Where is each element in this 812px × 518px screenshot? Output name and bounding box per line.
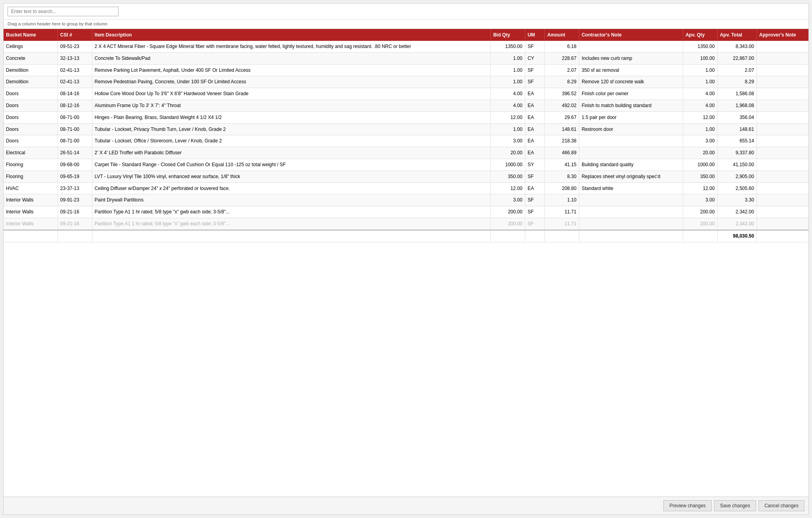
table-cell: Doors <box>4 123 57 135</box>
totals-cell <box>57 230 92 242</box>
totals-cell <box>525 230 545 242</box>
col-header-amount[interactable]: Amount <box>545 29 579 41</box>
table-cell: 200.00 <box>490 206 525 218</box>
table-cell: 09-91-23 <box>57 194 92 206</box>
table-cell <box>756 194 808 206</box>
table-cell: 2.07 <box>717 64 756 76</box>
table-cell: 4.00 <box>683 100 717 111</box>
table-row: Demolition02-41-13Remove Parking Lot Pav… <box>4 64 808 76</box>
table-cell: 148.61 <box>717 123 756 135</box>
table-cell: 1.00 <box>683 64 717 76</box>
table-cell: 396.52 <box>545 88 579 100</box>
table-cell <box>756 41 808 52</box>
table-cell: Remove Parking Lot Pavement, Asphalt, Un… <box>92 64 490 76</box>
table-cell: EA <box>525 123 545 135</box>
table-cell: Tubular - Lockset, Office / Storeroom, L… <box>92 135 490 147</box>
col-header-approver-note[interactable]: Approver's Note <box>756 29 808 41</box>
table-cell: Partition Type A1 1 hr rated; 5/8 type "… <box>92 206 490 218</box>
col-header-csi[interactable]: CSI # <box>57 29 92 41</box>
table-cell: 8,343.00 <box>717 41 756 52</box>
table-row: Doors08-71-00Tubular - Lockset, Office /… <box>4 135 808 147</box>
table-cell-partial <box>756 218 808 230</box>
table-cell: 1000.00 <box>490 159 525 171</box>
table-cell: 1.00 <box>490 64 525 76</box>
table-cell: Hollow Core Wood Door Up To 3'6" X 6'8" … <box>92 88 490 100</box>
table-cell: 3.30 <box>717 194 756 206</box>
table-cell: 1.00 <box>683 76 717 88</box>
table-cell: 1.5 pair per door <box>579 111 683 123</box>
table-cell: 1.00 <box>490 52 525 64</box>
totals-cell <box>756 230 808 242</box>
col-header-um[interactable]: UM <box>525 29 545 41</box>
table-cell: Demolition <box>4 76 57 88</box>
table-cell <box>756 111 808 123</box>
table-cell: 350 sf ac removal <box>579 64 683 76</box>
table-cell: 3.00 <box>490 194 525 206</box>
table-cell: 2' X 4' LED Troffer with Parabolic Diffu… <box>92 147 490 159</box>
table-cell: 1,586.08 <box>717 88 756 100</box>
table-cell: SF <box>525 171 545 182</box>
table-cell <box>756 64 808 76</box>
table-cell <box>756 100 808 111</box>
table-cell: 4.00 <box>490 88 525 100</box>
table-cell <box>756 123 808 135</box>
table-cell: 08-71-00 <box>57 135 92 147</box>
table-cell: 08-12-16 <box>57 100 92 111</box>
table-cell: 3.00 <box>490 135 525 147</box>
preview-changes-button[interactable]: Preview changes <box>663 500 711 511</box>
table-cell: HVAC <box>4 182 57 194</box>
table-cell: 1.00 <box>683 123 717 135</box>
table-cell <box>756 135 808 147</box>
table-cell: 09-65-19 <box>57 171 92 182</box>
table-cell: 12.00 <box>683 182 717 194</box>
save-changes-button[interactable]: Save changes <box>714 500 756 511</box>
search-input[interactable] <box>8 7 119 16</box>
table-cell: SF <box>525 206 545 218</box>
table-cell <box>756 88 808 100</box>
table-cell: SF <box>525 194 545 206</box>
table-cell: 466.89 <box>545 147 579 159</box>
table-cell <box>579 147 683 159</box>
table-row: Flooring09-65-19LVT - Luxury Vinyl Tile … <box>4 171 808 182</box>
table-row: Interior Walls09-91-23Paint Drywall Part… <box>4 194 808 206</box>
table-row-partial: Interior Walls09-21-16Partition Type A1 … <box>4 218 808 230</box>
table-cell: SF <box>525 41 545 52</box>
table-cell: 08-71-00 <box>57 123 92 135</box>
col-header-description[interactable]: Item Description <box>92 29 490 41</box>
totals-cell <box>683 230 717 242</box>
table-cell-partial <box>579 218 683 230</box>
col-header-bucket-name[interactable]: Bucket Name <box>4 29 57 41</box>
table-row: Ceilings09-51-232 X 4 ACT Mineral Fiber … <box>4 41 808 52</box>
table-cell: EA <box>525 135 545 147</box>
totals-cell <box>545 230 579 242</box>
table-cell: 20.00 <box>683 147 717 159</box>
table-cell: Doors <box>4 88 57 100</box>
table-cell: 41,150.00 <box>717 159 756 171</box>
table-cell <box>579 41 683 52</box>
col-header-apv-qty[interactable]: Apv. Qty <box>683 29 717 41</box>
table-cell: 2.07 <box>545 64 579 76</box>
table-cell: 228.67 <box>545 52 579 64</box>
totals-cell: 98,030.50 <box>717 230 756 242</box>
table-cell: 218.38 <box>545 135 579 147</box>
table-cell: 4.00 <box>683 88 717 100</box>
table-cell: 200.00 <box>683 206 717 218</box>
col-header-apv-total[interactable]: Apv. Total <box>717 29 756 41</box>
table-row: Flooring09-68-00Carpet Tile - Standard R… <box>4 159 808 171</box>
table-cell <box>756 76 808 88</box>
totals-cell <box>490 230 525 242</box>
table-cell-partial: 200.00 <box>683 218 717 230</box>
cancel-changes-button[interactable]: Cancel changes <box>758 500 804 511</box>
col-header-contractor-note[interactable]: Contractor's Note <box>579 29 683 41</box>
table-row: Interior Walls09-21-16Partition Type A1 … <box>4 206 808 218</box>
table-cell: 356.04 <box>717 111 756 123</box>
col-header-bid-qty[interactable]: Bid Qty <box>490 29 525 41</box>
table-cell: 1.10 <box>545 194 579 206</box>
page-wrapper: Drag a column header here to group by th… <box>3 3 809 515</box>
search-bar <box>4 4 808 20</box>
table-cell: Concrete <box>4 52 57 64</box>
table-cell: Paint Drywall Partitions <box>92 194 490 206</box>
table-cell: Doors <box>4 111 57 123</box>
table-cell: 2 X 4 ACT Mineral Fiber - Square Edge Mi… <box>92 41 490 52</box>
table-cell: Carpet Tile - Standard Range - Closed Ce… <box>92 159 490 171</box>
